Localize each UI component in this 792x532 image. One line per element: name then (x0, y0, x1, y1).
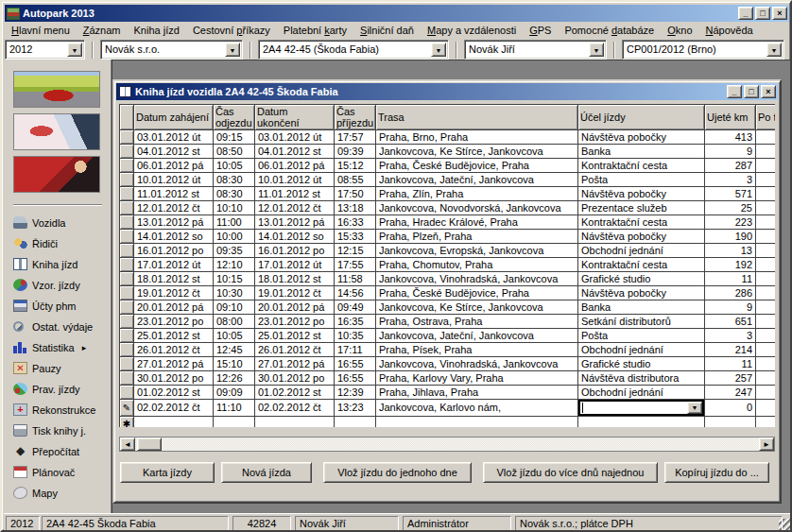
sidebar-item-drivers[interactable]: Řidiči (13, 236, 111, 250)
row-selector[interactable] (120, 244, 134, 258)
end-date-cell[interactable]: 19.01.2012 čt (255, 286, 335, 300)
sidebar-item-planner[interactable]: Plánovač (13, 465, 111, 479)
km-cell[interactable]: 651 (705, 315, 756, 329)
purpose-cell-editing[interactable]: ▼ (578, 400, 705, 417)
dropdown-arrow-icon[interactable]: ▼ (766, 43, 782, 57)
start-date-cell[interactable]: 06.01.2012 pá (134, 159, 214, 173)
arr-time-cell[interactable]: 16:35 (335, 315, 376, 329)
tacho-cell[interactable] (756, 300, 776, 315)
column-header-5[interactable]: Trasa (376, 105, 578, 130)
route-cell[interactable]: Jankovcova, Vinohradská, Jankovcova (376, 272, 578, 286)
menu-gps[interactable]: GPS (523, 23, 558, 38)
km-cell[interactable]: 3 (705, 173, 756, 187)
dep-time-cell[interactable]: 10:10 (214, 201, 255, 215)
start-date-cell[interactable]: 02.02.2012 čt (134, 400, 214, 417)
insert-trip-multiple-days-button[interactable]: Vlož jízdu do více dnů najednou (483, 462, 658, 483)
dep-time-cell[interactable]: 09:15 (214, 130, 255, 145)
arr-time-cell[interactable]: 17:55 (335, 258, 376, 272)
dep-time-cell[interactable]: 10:05 (214, 159, 255, 173)
column-header-4[interactable]: Čas příjezdu (335, 105, 376, 130)
arr-time-cell[interactable]: 15:33 (335, 230, 376, 244)
scrollbar-track[interactable] (135, 438, 759, 451)
sidebar-item-maps[interactable]: Mapy (13, 486, 111, 500)
km-cell[interactable]: 192 (705, 258, 756, 272)
logbook-minimize-button[interactable]: _ (727, 85, 742, 98)
purpose-cell[interactable]: Prezentace služeb (578, 201, 705, 215)
end-date-cell[interactable]: 20.01.2012 pá (255, 300, 335, 315)
arr-time-cell[interactable]: 17:11 (335, 343, 376, 357)
company-combo[interactable]: Novák s.r.o.▼ (100, 40, 243, 60)
km-cell[interactable]: 286 (705, 286, 756, 300)
route-cell[interactable]: Praha, České Budějovice, Praha (376, 286, 578, 300)
km-cell[interactable]: 413 (705, 130, 756, 145)
arr-time-cell[interactable]: 11:58 (335, 272, 376, 286)
end-date-cell[interactable]: 11.01.2012 st (255, 187, 335, 201)
sidebar-item-other-expenses[interactable]: Ostat. výdaje (13, 319, 111, 334)
start-date-cell[interactable]: 19.01.2012 čt (134, 286, 214, 300)
sidebar-item-statistics[interactable]: Statistika▸ (13, 340, 111, 354)
sidebar-item-route-template[interactable]: Vzor. jízdy (13, 278, 111, 292)
start-date-cell[interactable]: 11.01.2012 st (134, 187, 214, 201)
dropdown-arrow-icon[interactable]: ▼ (431, 43, 446, 57)
arr-time-cell[interactable]: 16:55 (335, 357, 376, 371)
tacho-cell[interactable] (756, 130, 776, 145)
start-date-cell[interactable]: 01.02.2012 st (134, 386, 214, 400)
km-cell[interactable]: 223 (705, 215, 756, 230)
arr-time-cell[interactable]: 16:33 (335, 215, 376, 230)
route-cell[interactable]: Praha, Brno, Praha (376, 130, 578, 145)
purpose-cell[interactable]: Obchodní jednání (578, 386, 705, 400)
new-row-icon[interactable]: ✱ (120, 417, 134, 428)
purpose-cell[interactable]: Návštěva pobočky (578, 187, 705, 201)
purpose-combobox[interactable]: ▼ (578, 400, 704, 416)
end-date-cell[interactable] (255, 417, 335, 428)
route-cell[interactable]: Jankovcova, Ke Stírce, Jankovcova (376, 145, 578, 159)
route-cell[interactable]: Praha, Písek, Praha (376, 343, 578, 357)
end-date-cell[interactable]: 26.01.2012 čt (255, 343, 335, 357)
purpose-cell[interactable]: Setkání distributorů (578, 315, 705, 329)
tacho-cell[interactable] (756, 315, 776, 329)
dep-time-cell[interactable]: 10:00 (214, 230, 255, 244)
purpose-cell[interactable]: Pošta (578, 173, 705, 187)
start-date-cell[interactable]: 10.01.2012 út (134, 173, 214, 187)
dep-time-cell[interactable] (214, 417, 255, 428)
dep-time-cell[interactable]: 10:15 (214, 272, 255, 286)
tacho-cell[interactable] (756, 343, 776, 357)
km-cell[interactable]: 257 (705, 371, 756, 386)
menu-zaznam[interactable]: Záznam (77, 23, 128, 38)
start-date-cell[interactable]: 13.01.2012 pá (134, 215, 214, 230)
start-date-cell[interactable]: 03.01.2012 út (134, 130, 214, 145)
route-cell[interactable] (376, 417, 578, 428)
tacho-cell[interactable] (756, 173, 776, 187)
km-cell[interactable]: 9 (705, 145, 756, 159)
dep-time-cell[interactable]: 10:05 (214, 329, 255, 343)
arr-time-cell[interactable]: 14:56 (335, 286, 376, 300)
dropdown-arrow-icon[interactable]: ▼ (225, 43, 240, 57)
purpose-cell[interactable]: Návštěva pobočky (578, 286, 705, 300)
menu-okno[interactable]: Okno (661, 23, 698, 38)
km-cell[interactable]: 214 (705, 343, 756, 357)
km-cell[interactable]: 3 (705, 329, 756, 343)
start-date-cell[interactable] (134, 417, 214, 428)
menu-napoveda[interactable]: Nápověda (699, 23, 760, 38)
end-date-cell[interactable]: 01.02.2012 st (255, 386, 335, 400)
start-date-cell[interactable]: 25.01.2012 st (134, 329, 214, 343)
dep-time-cell[interactable]: 08:00 (214, 315, 255, 329)
purpose-cell[interactable]: Obchodní jednání (578, 244, 705, 258)
purpose-cell[interactable]: Kontraktační cesta (578, 258, 705, 272)
arr-time-cell[interactable]: 09:39 (335, 145, 376, 159)
tacho-cell[interactable] (756, 230, 776, 244)
purpose-cell[interactable]: Obchodní jednání (578, 343, 705, 357)
start-date-cell[interactable]: 23.01.2012 po (134, 315, 214, 329)
arr-time-cell[interactable]: 12:39 (335, 386, 376, 400)
end-date-cell[interactable]: 16.01.2012 po (255, 244, 335, 258)
copy-trip-button[interactable]: Kopíruj jízdu do ... (664, 462, 769, 483)
row-selector[interactable] (120, 230, 134, 244)
dep-time-cell[interactable]: 11:10 (214, 400, 255, 417)
tacho-cell[interactable] (756, 329, 776, 343)
route-cell[interactable]: Praha, Zlín, Praha (376, 187, 578, 201)
start-date-cell[interactable]: 30.01.2012 po (134, 371, 214, 386)
tacho-cell[interactable] (756, 400, 776, 417)
tacho-cell[interactable] (756, 187, 776, 201)
end-date-cell[interactable]: 12.01.2012 čt (255, 201, 335, 215)
km-cell[interactable]: 25 (705, 201, 756, 215)
